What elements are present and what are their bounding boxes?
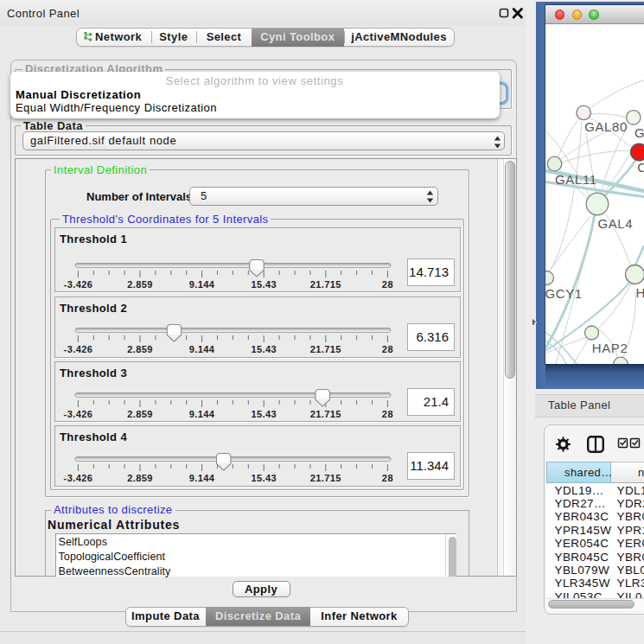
svg-text:CR: CR bbox=[637, 160, 644, 175]
svg-text:GCY1: GCY1 bbox=[545, 286, 583, 301]
svg-text:GAL11: GAL11 bbox=[555, 172, 597, 187]
svg-text:GAL4: GAL4 bbox=[597, 216, 633, 231]
svg-text:H: H bbox=[636, 285, 644, 300]
svg-text:GAL80: GAL80 bbox=[584, 119, 628, 134]
svg-text:GA: GA bbox=[634, 125, 644, 140]
svg-text:HAP2: HAP2 bbox=[592, 341, 628, 355]
